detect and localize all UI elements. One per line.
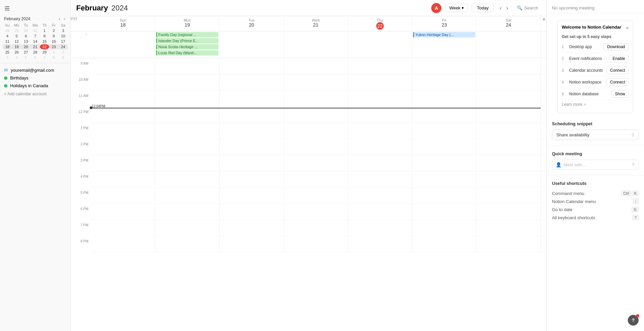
allday-thu[interactable] [348,31,412,58]
mini-cell[interactable]: 10 [58,33,68,39]
mini-cell[interactable]: 28 [31,49,40,55]
welcome-close-button[interactable]: × [626,25,629,31]
time-cell-d4-h6[interactable] [348,155,412,171]
share-availability-button[interactable]: Share availability S [552,130,639,140]
time-cell-d5-h3[interactable] [412,107,477,123]
time-cell-d4-h4[interactable] [348,123,412,139]
sidebar-item-email[interactable]: ✉ youremail@gmail.com [3,66,68,74]
time-cell-d3-h4[interactable] [284,123,348,139]
time-cell-d5-h1[interactable] [412,74,477,91]
mini-cal-next[interactable]: › [62,15,66,22]
mini-cell[interactable]: 3 [3,55,12,60]
enable-button[interactable]: Enable [609,55,629,62]
mini-cell[interactable]: 6 [21,33,31,39]
allday-event-louis-riel[interactable]: Louis Riel Day (Manit... [156,50,219,56]
time-cell-d0-h5[interactable] [91,139,155,155]
time-cell-d1-h0[interactable] [155,58,220,74]
time-cell-d2-h3[interactable] [219,107,284,123]
time-cell-d0-h7[interactable] [91,171,155,188]
allday-event-nova-scotia[interactable]: Nova Scotia Heritage ... [156,44,219,49]
time-cell-d3-h9[interactable] [284,204,348,220]
time-cell-d5-h6[interactable] [412,155,477,171]
mini-cell[interactable]: 27 [21,49,31,55]
time-grid[interactable]: 9 AM10 AM11 AM12 PM1 PM2 PM3 PM4 PM5 PM6… [71,58,546,331]
allday-tue[interactable] [219,31,284,58]
time-cell-d5-h10[interactable] [412,220,477,236]
time-cell-d0-h11[interactable] [91,236,155,252]
time-cell-d1-h8[interactable] [155,188,220,204]
time-cell-d5-h8[interactable] [412,188,477,204]
help-button[interactable]: ? [628,315,639,326]
allday-mon[interactable]: Family Day (regional ... Islander Day (P… [155,31,220,58]
allday-sun[interactable] [91,31,155,58]
mini-cell[interactable]: 2 [58,49,68,55]
time-cell-d5-h7[interactable] [412,171,477,188]
time-cell-d0-h4[interactable] [91,123,155,139]
mini-cell[interactable]: 11 [3,39,12,44]
time-cell-d6-h2[interactable] [476,91,541,107]
mini-cell[interactable]: 18 [3,44,12,49]
mini-cell[interactable]: 31 [31,28,40,33]
mini-cell[interactable]: 15 [40,39,49,44]
time-cell-d6-h7[interactable] [476,171,541,188]
avatar-button[interactable]: A [431,3,441,13]
learn-more-link[interactable]: Learn more ↗ [562,100,586,109]
time-cell-d5-h2[interactable] [412,91,477,107]
add-calendar-btn[interactable]: + Add calendar account [0,90,70,98]
mini-cal-prev[interactable]: ‹ [57,15,61,22]
time-cell-d5-h4[interactable] [412,123,477,139]
allday-event-yukon[interactable]: Yukon Heritage Day (... [413,32,476,37]
allday-sat[interactable] [476,31,541,58]
time-cell-d3-h7[interactable] [284,171,348,188]
time-cell-d6-h1[interactable] [476,74,541,91]
mini-cell[interactable]: 7 [31,33,40,39]
time-cell-d3-h2[interactable] [284,91,348,107]
time-cell-d2-h2[interactable] [219,91,284,107]
time-cell-d2-h11[interactable] [219,236,284,252]
time-cell-d4-h9[interactable] [348,204,412,220]
allday-event-islander-day[interactable]: Islander Day (Prince E... [156,38,219,43]
download-button[interactable]: Download [604,43,629,51]
add-event-button[interactable]: + [541,16,546,23]
time-cell-d3-h6[interactable] [284,155,348,171]
time-cell-d1-h4[interactable] [155,123,220,139]
mini-cell[interactable]: 9 [49,33,59,39]
sidebar-toggle[interactable] [0,3,70,14]
time-cell-d3-h10[interactable] [284,220,348,236]
search-box[interactable]: 🔍 Search [514,4,541,12]
time-cell-d2-h5[interactable] [219,139,284,155]
time-cell-d2-h8[interactable] [219,188,284,204]
time-cell-d1-h1[interactable] [155,74,220,91]
mini-cell[interactable]: 21 [31,44,40,49]
time-cell-d4-h8[interactable] [348,188,412,204]
view-selector[interactable]: Week ▾ [445,4,468,12]
mini-cell[interactable]: 16 [49,39,59,44]
time-cell-d0-h9[interactable] [91,204,155,220]
time-cell-d2-h7[interactable] [219,171,284,188]
time-cell-d2-h4[interactable] [219,123,284,139]
time-cell-d3-h5[interactable] [284,139,348,155]
time-cell-d4-h0[interactable] [348,58,412,74]
time-cell-d6-h9[interactable] [476,204,541,220]
mini-cell[interactable]: 7 [40,55,49,60]
prev-week-button[interactable]: ‹ [498,4,503,12]
mini-cell[interactable]: 23 [49,44,59,49]
allday-fri[interactable]: Yukon Heritage Day (... [412,31,477,58]
mini-cell[interactable]: 12 [12,39,22,44]
show-database-button[interactable]: Show [611,90,629,98]
meet-with-input[interactable]: 👤 Meet with... F [552,160,639,170]
time-cell-d0-h10[interactable] [91,220,155,236]
time-cell-d0-h6[interactable] [91,155,155,171]
connect-calendar-button[interactable]: Connect [606,67,629,74]
mini-cell[interactable]: 29 [40,49,49,55]
time-cell-d5-h9[interactable] [412,204,477,220]
mini-cell[interactable]: 4 [3,33,12,39]
mini-cell[interactable]: 13 [21,39,31,44]
mini-cell-today[interactable]: 22 [40,44,49,49]
time-cell-d2-h1[interactable] [219,74,284,91]
time-cell-d6-h8[interactable] [476,188,541,204]
time-cell-d3-h3[interactable] [284,107,348,123]
mini-cell[interactable]: 29 [12,28,22,33]
mini-cell[interactable]: 8 [40,33,49,39]
time-cell-d2-h10[interactable] [219,220,284,236]
